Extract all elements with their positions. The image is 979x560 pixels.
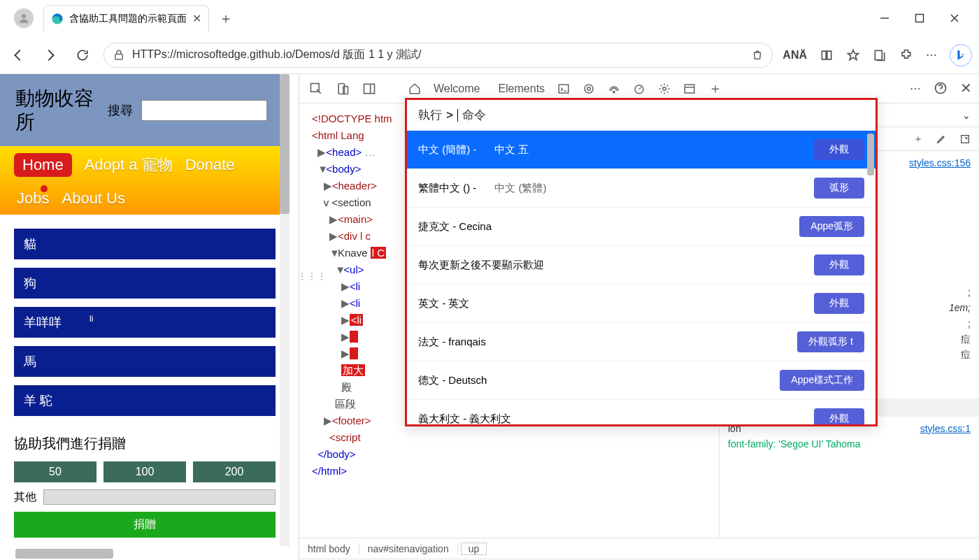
command-menu-item[interactable]: 每次更新之後不要顯示歡迎外觀 [407, 246, 876, 285]
donate-button[interactable]: 捐贈 [14, 512, 276, 538]
refresh-button[interactable] [71, 44, 94, 66]
nav-jobs[interactable]: Jobs [17, 189, 49, 208]
chevron-down-icon[interactable]: ⌄ [962, 110, 971, 121]
dom-line: 殿 [341, 381, 352, 393]
dock-side-icon[interactable] [362, 82, 376, 96]
list-item[interactable]: 狗 [14, 268, 276, 299]
devtools-more-icon[interactable]: ⋯ [910, 82, 921, 95]
amount-button[interactable]: 200 [193, 461, 276, 482]
nav-donate[interactable]: Donate [185, 156, 235, 174]
other-amount-label: 其他 [14, 490, 36, 505]
memory-tab-icon[interactable] [658, 82, 671, 95]
text-caret-icon [457, 109, 458, 122]
application-tab-icon[interactable] [683, 82, 696, 95]
command-menu-item[interactable]: 義大利文 - 義大利文外觀 [407, 400, 876, 424]
shopping-icon[interactable] [751, 49, 764, 62]
css-text: font-family: 'Segoe UI' Tahoma [728, 438, 861, 450]
list-item[interactable]: 馬 [14, 346, 276, 377]
devtools-help-icon[interactable] [934, 81, 948, 95]
svg-rect-22 [962, 135, 969, 143]
stylesheet-link[interactable]: styles.css:1 [920, 421, 971, 436]
command-menu-item[interactable]: 中文 (簡體) -中文 五外觀 [407, 131, 876, 169]
styles-brush-icon[interactable] [936, 134, 947, 145]
forward-button[interactable] [39, 44, 62, 66]
list-item[interactable]: 貓 [14, 229, 276, 259]
dom-line: Knave [338, 247, 371, 259]
site-navigation: Home Adopt a 寵物 Donate Jobs About Us [0, 146, 290, 215]
window-maximize-button[interactable] [915, 13, 924, 23]
nav-about[interactable]: About Us [62, 189, 125, 208]
tab-close-icon[interactable]: ✕ [192, 12, 201, 25]
command-item-category: 外觀 [814, 408, 864, 424]
breadcrumb-part[interactable]: nav#sitenavigation [359, 543, 458, 554]
other-amount-input[interactable] [43, 489, 276, 505]
favorite-icon[interactable] [846, 48, 860, 62]
device-toggle-icon[interactable] [336, 82, 350, 96]
tab-title: 含協助工具問題的示範頁面 [69, 13, 187, 25]
animal-list: 貓 狗 羊咩咩li 馬 羊 駝 [0, 215, 290, 430]
site-info-icon[interactable] [113, 49, 125, 62]
tab-elements[interactable]: Elements [498, 82, 545, 95]
dom-line: v <section [324, 196, 371, 208]
breadcrumb-part[interactable]: html body [299, 543, 359, 554]
address-bar[interactable]: HTTPs://microsoftedge.github.io/Demos/d … [103, 43, 773, 68]
extensions-icon[interactable] [899, 48, 913, 62]
profile-avatar[interactable] [14, 8, 34, 28]
back-button[interactable] [7, 44, 29, 66]
styles-export-icon[interactable] [959, 134, 971, 145]
command-menu-input-row[interactable]: 執行 > 命令 [407, 100, 876, 131]
dom-line: <head> [326, 146, 362, 158]
animal-name: 馬 [24, 353, 36, 370]
command-item-sub: 中文 (繁體) [494, 182, 546, 195]
breadcrumb-up[interactable]: up [461, 543, 487, 555]
reading-list-icon[interactable] [820, 48, 834, 62]
amount-button[interactable]: 50 [14, 461, 97, 482]
search-input[interactable] [141, 100, 267, 121]
nav-adopt[interactable]: Adopt a 寵物 [85, 155, 173, 175]
donate-heading: 協助我們進行捐贈 [14, 434, 276, 453]
svg-point-14 [587, 87, 591, 90]
network-tab-icon[interactable] [608, 82, 620, 95]
command-menu-item[interactable]: 繁體中文 () -中文 (繁體)弧形 [407, 169, 876, 208]
animal-name: 羊咩咩 [24, 314, 62, 331]
command-scrollbar[interactable] [867, 134, 874, 175]
new-style-rule-icon[interactable]: ＋ [913, 133, 923, 145]
pane-drag-handle-icon[interactable]: ⋮⋮⋮ [299, 271, 327, 281]
animal-name: 貓 [24, 236, 36, 252]
nav-home[interactable]: Home [14, 153, 72, 177]
stylesheet-link[interactable]: styles.css:156 [909, 157, 971, 168]
devtools-close-icon[interactable]: ✕ [960, 80, 972, 96]
window-minimize-button[interactable] [880, 13, 889, 23]
page-scrollbar-vertical[interactable] [280, 74, 290, 546]
bing-chat-icon[interactable] [950, 44, 972, 66]
list-item[interactable]: 羊咩咩li [14, 307, 276, 338]
command-item-label: 英文 - 英文 [418, 297, 469, 310]
css-text: ; [968, 318, 971, 329]
command-menu-item[interactable]: 英文 - 英文外觀 [407, 285, 876, 323]
add-tab-icon[interactable]: ＋ [708, 79, 722, 98]
collections-icon[interactable] [873, 48, 887, 62]
dom-line: <body> [326, 163, 361, 175]
svg-point-18 [663, 87, 666, 90]
command-item-label: 義大利文 - 義大利文 [418, 412, 511, 425]
page-scrollbar-horizontal[interactable] [15, 549, 113, 559]
reader-label[interactable]: ANÄ [783, 49, 807, 62]
sources-tab-icon[interactable] [583, 82, 595, 95]
amount-button[interactable]: 100 [103, 461, 186, 482]
command-menu-item[interactable]: 法文 - franqais外觀弧形 t [407, 323, 876, 361]
new-tab-button[interactable]: ＋ [219, 9, 233, 28]
command-menu-item[interactable]: 捷克文 - CecinaAppe弧形 [407, 208, 876, 246]
console-tab-icon[interactable] [557, 82, 570, 95]
dom-line: <header> [332, 180, 377, 192]
settings-more-icon[interactable]: ⋯ [926, 48, 937, 62]
window-close-button[interactable] [950, 13, 959, 23]
page-header: 動物收容所 搜尋 [0, 74, 290, 146]
list-item[interactable]: 羊 駝 [14, 385, 276, 416]
command-menu-item[interactable]: 德文 - DeutschAppe樣式工作 [407, 361, 876, 400]
tab-welcome[interactable]: Welcome [434, 82, 480, 95]
inspect-element-icon[interactable] [309, 82, 323, 96]
browser-tab[interactable]: 含協助工具問題的示範頁面 ✕ [43, 5, 209, 31]
performance-tab-icon[interactable] [633, 82, 645, 95]
command-cmd-label: 命令 [462, 107, 486, 123]
command-run-label: 執行 [418, 107, 442, 123]
